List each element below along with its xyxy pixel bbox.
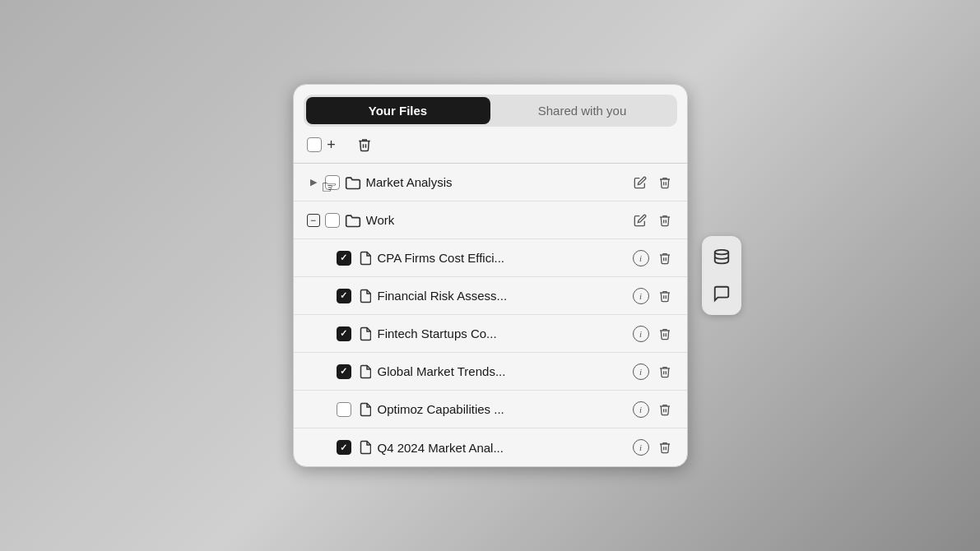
delete-icon-financial-risk[interactable]: [656, 287, 674, 305]
checkbox-fintech-startups[interactable]: [337, 326, 351, 341]
checkbox-global-market[interactable]: [337, 364, 351, 379]
file-icon-fintech-startups: [356, 326, 373, 342]
info-icon-fintech-startups[interactable]: i: [633, 326, 649, 342]
item-name-fintech-startups: Fintech Startups Co...: [378, 326, 628, 340]
item-name-q4-2024: Q4 2024 Market Anal...: [378, 441, 628, 455]
tab-bar: Your Files Shared with you: [304, 95, 677, 127]
file-icon-optimoz: [356, 401, 373, 418]
select-all-checkbox[interactable]: [307, 137, 322, 152]
checkbox-financial-risk[interactable]: [337, 289, 351, 303]
list-item: ▶ Market Analysis: [294, 164, 687, 201]
item-actions-financial-risk: i: [633, 287, 674, 305]
folder-icon-market-analysis: [345, 174, 361, 191]
list-item: Fintech Startups Co... i: [294, 315, 687, 353]
item-actions-q4-2024: i: [633, 438, 674, 456]
list-item: CPA Firms Cost Effici... i: [294, 239, 687, 277]
file-icon-global-market: [356, 363, 373, 380]
expand-arrow-market-analysis[interactable]: ▶: [307, 176, 320, 189]
toolbar: +: [294, 127, 687, 164]
checkbox-work[interactable]: [325, 213, 340, 228]
info-icon-financial-risk[interactable]: i: [633, 288, 649, 304]
item-name-market-analysis: Market Analysis: [366, 175, 626, 189]
item-actions-optimoz: i: [633, 401, 674, 419]
item-actions-market-analysis: [631, 174, 674, 192]
checkbox-cpa-firms[interactable]: [337, 251, 351, 266]
file-icon-q4-2024: [356, 439, 373, 456]
collapse-icon-work[interactable]: [307, 214, 320, 227]
delete-icon-global-market[interactable]: [656, 363, 674, 381]
database-icon[interactable]: [707, 243, 736, 272]
list-item: Work: [294, 201, 687, 239]
toolbar-actions: +: [322, 135, 374, 155]
delete-icon[interactable]: [355, 135, 374, 155]
item-actions-work: [631, 211, 674, 229]
checkbox-market-analysis[interactable]: [325, 175, 340, 190]
delete-icon-fintech-startups[interactable]: [656, 325, 674, 343]
edit-icon-work[interactable]: [631, 211, 649, 229]
info-icon-cpa-firms[interactable]: i: [633, 250, 649, 266]
item-actions-fintech-startups: i: [633, 325, 674, 343]
item-actions-global-market: i: [633, 363, 674, 381]
info-icon-optimoz[interactable]: i: [633, 401, 649, 418]
list-item: Q4 2024 Market Anal... i: [294, 428, 687, 466]
file-panel: Your Files Shared with you +: [293, 84, 688, 467]
checkbox-optimoz[interactable]: [337, 402, 351, 417]
edit-icon-market-analysis[interactable]: [631, 174, 649, 192]
list-item: Financial Risk Assess... i: [294, 277, 687, 315]
tab-your-files[interactable]: Your Files: [306, 97, 490, 124]
file-list: ▶ Market Analysis: [294, 164, 687, 466]
item-name-cpa-firms: CPA Firms Cost Effici...: [378, 251, 628, 265]
info-icon-global-market[interactable]: i: [633, 363, 649, 380]
right-panel: [702, 236, 741, 315]
item-name-optimoz: Optimoz Capabilities ...: [378, 402, 628, 416]
item-name-financial-risk: Financial Risk Assess...: [378, 289, 628, 303]
info-icon-q4-2024[interactable]: i: [633, 439, 649, 456]
checkbox-q4-2024[interactable]: [337, 440, 351, 455]
item-actions-cpa-firms: i: [633, 249, 674, 267]
list-item: Global Market Trends... i: [294, 353, 687, 391]
file-icon-cpa-firms: [356, 250, 373, 266]
chat-icon[interactable]: [707, 279, 736, 308]
item-name-global-market: Global Market Trends...: [378, 364, 628, 378]
folder-icon-work: [345, 212, 361, 229]
delete-icon-market-analysis[interactable]: [656, 174, 674, 192]
file-icon-financial-risk: [356, 288, 373, 304]
item-name-work: Work: [366, 213, 626, 227]
delete-icon-q4-2024[interactable]: [656, 438, 674, 456]
delete-icon-cpa-firms[interactable]: [656, 249, 674, 267]
add-icon[interactable]: +: [322, 135, 341, 155]
delete-icon-work[interactable]: [656, 211, 674, 229]
screen-container: Your Files Shared with you +: [0, 0, 980, 551]
svg-point-0: [715, 250, 729, 255]
list-item: Optimoz Capabilities ... i: [294, 391, 687, 428]
delete-icon-optimoz[interactable]: [656, 401, 674, 419]
tab-shared-with-you[interactable]: Shared with you: [490, 97, 675, 124]
